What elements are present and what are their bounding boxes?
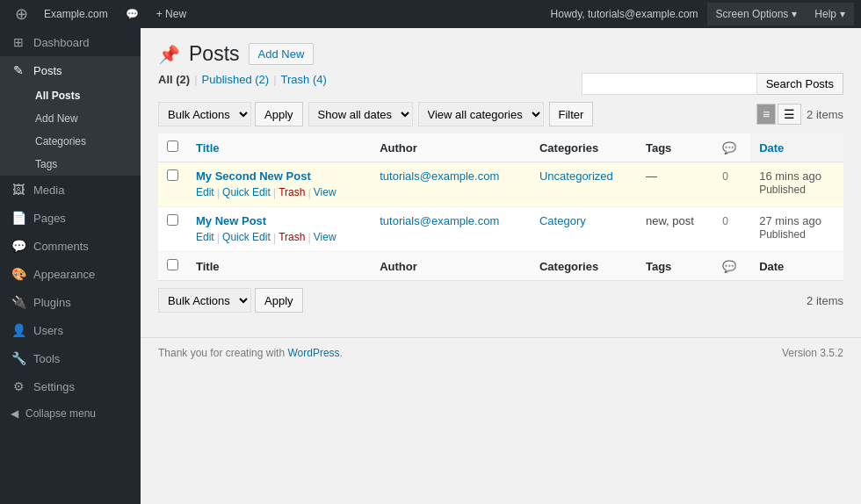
wordpress-link[interactable]: WordPress (287, 347, 339, 359)
category-link[interactable]: Uncategorized (539, 169, 613, 183)
row-action-edit[interactable]: Edit (196, 231, 214, 244)
tags-text: — (646, 169, 657, 183)
post-comments-cell: 0 (713, 207, 750, 252)
col-author-footer: Author (371, 252, 531, 281)
topbar-comments-icon[interactable]: 💬 (117, 0, 148, 28)
comment-count: 0 (722, 215, 728, 227)
row-action-view[interactable]: View (314, 231, 336, 244)
sidebar-subitem-categories[interactable]: Categories (28, 130, 141, 153)
check-all-checkbox[interactable] (167, 140, 178, 152)
settings-icon: ⚙ (11, 379, 26, 393)
post-author-cell: tutorials@example.com (371, 162, 531, 207)
post-tags-cell: — (637, 162, 713, 207)
sidebar-subitem-add-new[interactable]: Add New (28, 107, 141, 130)
admin-bar: ⊕ Example.com 💬 + New Howdy, tutorials@e… (0, 0, 861, 28)
table-row: My Second New Post Edit | Quick Edit | T… (158, 162, 843, 207)
check-all-footer (158, 252, 187, 281)
tablenav-pages-top: ≡ ☰ 2 items (756, 104, 843, 125)
tablenav-bottom: Bulk Actions Apply 2 items (158, 288, 843, 313)
table-body: My Second New Post Edit | Quick Edit | T… (158, 162, 843, 252)
sidebar-item-pages[interactable]: 📄 Pages (0, 204, 141, 232)
post-author-cell: tutorials@example.com (371, 207, 531, 252)
search-posts-wrap: Search Posts (582, 73, 843, 95)
bulk-actions-select-top[interactable]: Bulk Actions (158, 102, 251, 126)
post-categories-cell: Uncategorized (531, 162, 637, 207)
date-filter-select[interactable]: Show all dates (308, 102, 413, 126)
bulk-actions-top: Bulk Actions Apply (158, 102, 303, 126)
subsubsub-all[interactable]: All (2) (158, 73, 190, 86)
search-input[interactable] (582, 73, 757, 95)
add-new-button[interactable]: Add New (249, 43, 315, 65)
appearance-icon: 🎨 (11, 267, 26, 281)
col-date-header[interactable]: Date (750, 133, 843, 162)
post-tags-cell: new, post (637, 207, 713, 252)
plugins-icon: 🔌 (11, 295, 26, 309)
sidebar-subitem-all-posts[interactable]: All Posts (28, 84, 141, 107)
sidebar-item-dashboard[interactable]: ⊞ Dashboard (0, 28, 141, 56)
page-header: 📌 Posts Add New (141, 28, 861, 66)
sidebar-item-settings[interactable]: ⚙ Settings (0, 372, 141, 400)
collapse-arrow-icon: ◀ (11, 407, 18, 420)
category-link[interactable]: Category (539, 214, 586, 227)
media-icon: 🖼 (11, 183, 26, 197)
action-sep: | (214, 186, 222, 199)
filter-button[interactable]: Filter (549, 102, 594, 126)
sidebar-item-users[interactable]: 👤 Users (0, 316, 141, 344)
table-row: My New Post Edit | Quick Edit | Trash | … (158, 207, 843, 252)
post-title-link[interactable]: My New Post (196, 214, 266, 227)
col-tags-header: Tags (637, 133, 713, 162)
row-action-trash[interactable]: Trash (279, 231, 305, 244)
topbar-site-name[interactable]: Example.com (35, 0, 117, 28)
subsubsub-published[interactable]: Published (2) (202, 73, 270, 86)
list-view-button[interactable]: ≡ (756, 104, 776, 125)
sidebar-subitem-tags[interactable]: Tags (28, 153, 141, 176)
row-action-edit[interactable]: Edit (196, 186, 214, 199)
subsubsub-trash[interactable]: Trash (4) (281, 73, 327, 86)
sidebar-item-posts[interactable]: ✎ Posts (0, 56, 141, 84)
col-tags-footer: Tags (637, 252, 713, 281)
post-date-cell: 27 mins agoPublished (750, 207, 843, 252)
table-footer-row: Title Author Categories Tags 💬 (158, 252, 843, 281)
apply-button-bottom[interactable]: Apply (255, 288, 303, 313)
comments-icon: 💬 (11, 239, 26, 253)
row-checkbox[interactable] (167, 214, 178, 226)
sidebar-item-appearance[interactable]: 🎨 Appearance (0, 260, 141, 288)
sidebar-item-plugins[interactable]: 🔌 Plugins (0, 288, 141, 316)
sidebar-item-tools[interactable]: 🔧 Tools (0, 344, 141, 372)
row-action-view[interactable]: View (314, 186, 336, 199)
posts-table: Title Author Categories Tags 💬 (158, 133, 843, 281)
collapse-menu-button[interactable]: ◀ Collapse menu (0, 400, 141, 427)
row-checkbox[interactable] (167, 169, 178, 181)
bulk-actions-select-bottom[interactable]: Bulk Actions (158, 288, 251, 313)
col-date-footer: Date (750, 252, 843, 281)
author-link[interactable]: tutorials@example.com (380, 169, 499, 183)
sidebar-item-comments[interactable]: 💬 Comments (0, 232, 141, 260)
action-sep: | (271, 231, 279, 244)
check-all-header (158, 133, 187, 162)
author-link[interactable]: tutorials@example.com (380, 214, 499, 227)
category-filter-select[interactable]: View all categories (418, 102, 544, 126)
main-content: 📌 Posts Add New Search Posts All (2) | (141, 28, 861, 504)
apply-button-top[interactable]: Apply (255, 102, 303, 126)
row-action-trash[interactable]: Trash (279, 186, 305, 199)
topbar-new-button[interactable]: + New (148, 0, 195, 28)
post-categories-cell: Category (531, 207, 637, 252)
help-button[interactable]: Help ▾ (806, 3, 854, 25)
items-count-bottom: 2 items (807, 294, 843, 307)
screen-options-button[interactable]: Screen Options ▾ (707, 3, 807, 25)
row-action-quick-edit[interactable]: Quick Edit (222, 231, 271, 244)
row-action-quick-edit[interactable]: Quick Edit (222, 186, 271, 199)
col-title-header[interactable]: Title (187, 133, 371, 162)
dashboard-icon: ⊞ (11, 35, 26, 49)
tablenav-pages-bottom: 2 items (807, 294, 843, 307)
check-all-footer-checkbox[interactable] (167, 259, 178, 270)
post-title-cell: My Second New Post Edit | Quick Edit | T… (187, 162, 371, 207)
post-title-link[interactable]: My Second New Post (196, 169, 311, 183)
sidebar-item-media[interactable]: 🖼 Media (0, 176, 141, 204)
subsubsub: All (2) | Published (2) | Trash (4) (158, 73, 582, 86)
excerpt-view-button[interactable]: ☰ (778, 104, 801, 125)
search-posts-button[interactable]: Search Posts (757, 73, 843, 95)
items-count-top: 2 items (807, 108, 843, 121)
action-sep: | (214, 231, 222, 244)
wp-logo-icon[interactable]: ⊕ (7, 0, 35, 28)
